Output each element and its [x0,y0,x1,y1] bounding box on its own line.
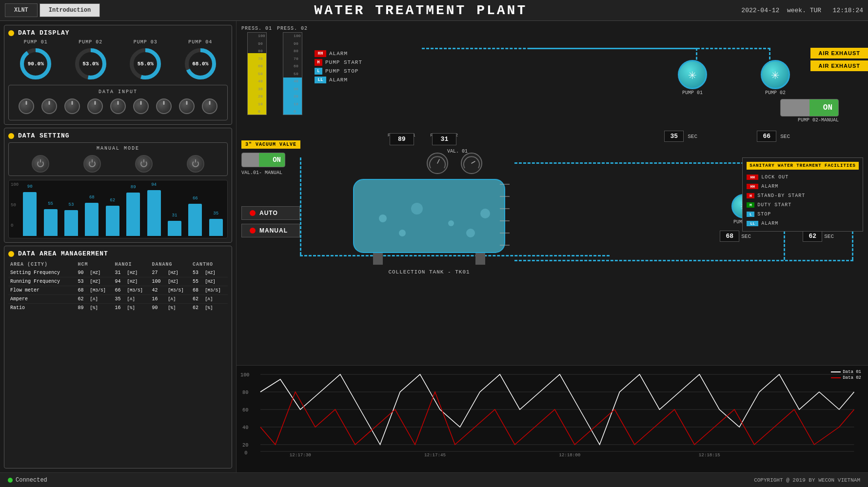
manual-mode-box: MANUAL MODE [8,142,228,176]
cell-rf-label: Running Frequency [8,277,76,286]
val01-label: VAL. 01 [447,149,468,154]
cell-ratio-cantho-unit: [%] [203,304,228,312]
pump02-area-label: PUMP 02 [765,90,786,96]
cell-sf-cantho-unit: [HZ] [203,269,228,277]
tank-svg [344,170,514,267]
knob-7[interactable] [156,98,172,114]
si-hh-lockout-text: LOCK OUT [761,175,789,180]
vacuum-valve-on-btn[interactable]: ON [241,153,285,167]
press01-reading-section: PRESS. 01 89 [388,133,416,138]
svg-text:80: 80 [242,390,248,395]
knob-1[interactable] [19,98,34,114]
svg-point-12 [480,209,490,218]
air-exhaust-section: AIR EXHAUST AIR EXHAUST [810,48,868,71]
col-danang: DANANG [150,260,191,269]
pump02-on-toggle[interactable]: ON [780,99,839,117]
svg-rect-16 [475,253,485,265]
power-btn-1[interactable] [32,155,49,173]
press1-scale: 1009080706050403020100 [257,33,266,115]
svg-point-9 [379,214,387,222]
knob-6[interactable] [133,98,149,114]
cell-fm-danang: 42 [150,286,166,295]
pump01-value: 90.0% [28,61,44,67]
tank-label: COLLECTION TANK - TK01 [388,269,470,275]
cell-amp-cantho: 62 [191,295,203,304]
si-hh-alarm-text: ALARM [761,184,778,189]
press2-label: PRESS. 02 [277,26,308,31]
air-exhaust-btn-2[interactable]: AIR EXHAUST [810,60,868,71]
sanitary-tag: SANITARY WATER TREAMENT FACILITIES [747,162,859,170]
bar-item-0: 90 [23,192,37,236]
manual-btn[interactable]: MANUAL [241,224,300,237]
press02-sec-label: SEC [780,134,790,139]
power-btn-4[interactable] [187,155,204,173]
cell-sf-hanoi-unit: [HZ] [125,269,150,277]
left-panel: DATA DISPLAY PUMP 01 90.0% PUMP [0,21,237,472]
bar-5: 89 [126,193,140,236]
pump-donut-row: PUMP 01 90.0% PUMP 02 [8,39,228,81]
datetime: 2022-04-12 week. TUR 12:18:24 [741,7,863,14]
bar-4: 62 [106,206,119,236]
status-lock-out: HH LOCK OUT [747,174,859,181]
si-m-duty-text: DUTY START [757,202,791,208]
knob-3[interactable] [64,98,80,114]
si-h-standby: H [747,193,754,198]
press02-sec-val: 66 [757,131,776,142]
legend-l-badge: L [315,68,322,75]
cell-sf-cantho: 53 [191,269,203,277]
cell-amp-cantho-unit: [A] [203,295,228,304]
cell-sf-hcm-unit: [HZ] [88,269,113,277]
data-input-section: DATA INPUT [8,85,228,120]
tab-xlnt[interactable]: XLNT [5,3,38,17]
data02-legend-line [831,377,841,378]
si-hh-lockout: HH [747,175,758,180]
svg-text:60: 60 [242,408,248,413]
press2-bar: 1009080706050403020100 [283,32,302,115]
col-cantho: CANTHO [191,260,228,269]
tank-section: COLLECTION TANK - TK01 [344,170,514,275]
knob-4[interactable] [87,98,103,114]
svg-text:100: 100 [240,372,249,378]
legend-l-text: PUMP STOP [325,68,358,74]
power-btn-3[interactable] [135,155,153,173]
pump02-manual-section: ON PUMP 02-MANUAL [780,99,839,123]
data-input-label: DATA INPUT [15,89,221,95]
knob-8[interactable] [179,98,195,114]
pump02-fan-icon: ✳ [771,66,780,83]
knob-2[interactable] [41,98,57,114]
cell-sf-hanoi: 31 [113,269,125,277]
knob-5[interactable] [110,98,126,114]
cell-fm-danang-unit: [M3/S] [166,286,191,295]
val01-manual-label: VAL.01- MANUAL [241,170,300,175]
cell-rf-cantho: 55 [191,277,203,286]
col-hcm: HCM [76,260,113,269]
data-setting-section: DATA SETTING MANUAL MODE 100500 [4,128,232,243]
knob-9[interactable] [202,98,217,114]
row-running-freq: Running Frequency 53 [HZ] 94 [HZ] 100 [H… [8,277,228,286]
chart-svg: 100 80 60 40 20 0 12:17:30 12:17:45 12:1… [240,370,864,457]
status-alarm-hh: HH ALARM [747,183,859,190]
cell-fm-hanoi: 66 [113,286,125,295]
press01-reading-box: 89 [390,133,414,145]
air-exhaust-btn-1[interactable]: AIR EXHAUST [810,48,868,58]
cell-rf-danang: 100 [150,277,166,286]
cell-ratio-label: Ratio [8,304,76,312]
bar-item-2: 53 [64,210,78,236]
bar-item-8: 66 [188,204,202,236]
power-btn-2[interactable] [83,155,101,173]
legend-hh-badge: HH [315,50,326,57]
pump01-donut: 90.0% [19,47,53,81]
right-panel: PRESS. 01 1009080706050403020100 PRESS. … [237,21,868,472]
si-ll-alarm-text: ALARM [761,221,778,226]
si-h-standby-text: STAND-BY START [757,193,805,198]
cell-amp-hcm: 62 [76,295,88,304]
pump01-area: ✳ PUMP 01 [678,60,707,96]
tab-introduction[interactable]: Introduction [39,3,100,17]
svg-point-10 [411,203,423,214]
cell-setting-freq-label: Setting Frequency [8,269,76,277]
pump03-sec-val: 68 [720,231,739,242]
press-gauge-1: PRESS. 01 1009080706050403020100 [241,26,272,115]
auto-btn[interactable]: AUTO [241,206,300,220]
svg-rect-15 [373,253,383,265]
legend-ll-alarm: LL ALARM [315,77,362,83]
